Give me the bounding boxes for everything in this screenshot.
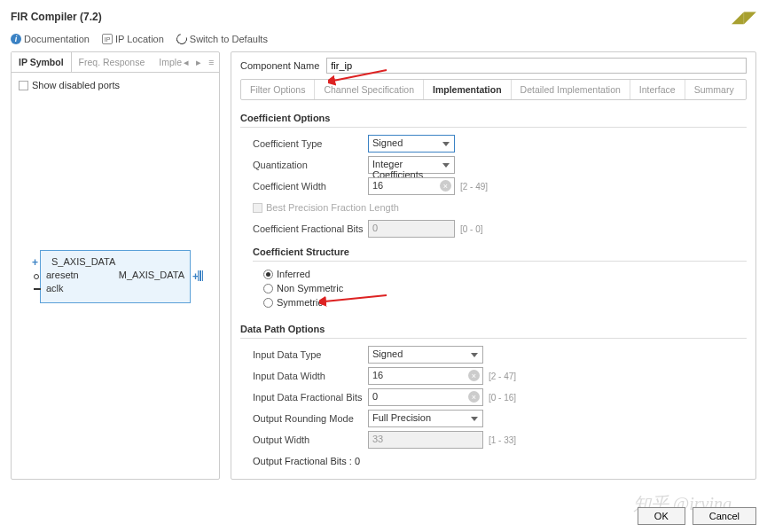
quantization-select[interactable]: Integer Coefficients xyxy=(368,156,455,174)
port-aclk: aclk xyxy=(46,283,64,293)
ip-location-link[interactable]: IP IP Location xyxy=(102,34,164,44)
left-tabs: IP Symbol Freq. Response Implementation … xyxy=(12,52,219,73)
coef-type-select[interactable]: Signed xyxy=(368,135,455,153)
config-tabs: Filter Options Channel Specification Imp… xyxy=(240,79,747,100)
location-icon: IP xyxy=(102,34,113,44)
output-width-input: 33 xyxy=(368,431,483,449)
documentation-label: Documentation xyxy=(24,34,90,44)
input-frac-label: Input Data Fractional Bits xyxy=(253,392,368,403)
output-frac-label: Output Fractional Bits : 0 xyxy=(253,456,360,466)
svg-line-1 xyxy=(333,70,387,81)
tab-summary[interactable]: Summary xyxy=(685,80,743,99)
coef-frac-label: Coefficient Fractional Bits xyxy=(253,223,368,234)
info-icon: i xyxy=(11,34,21,44)
tab-menu-icon[interactable]: ≡ xyxy=(207,58,215,66)
port-m-axis-icon xyxy=(198,270,204,281)
documentation-link[interactable]: i Documentation xyxy=(11,34,90,44)
coef-width-label: Coefficient Width xyxy=(253,181,368,192)
arrow-annotation-icon xyxy=(319,290,390,308)
output-rounding-label: Output Rounding Mode xyxy=(253,413,368,424)
best-precision-checkbox xyxy=(253,203,262,213)
clear-icon[interactable]: × xyxy=(440,180,451,192)
svg-line-3 xyxy=(325,295,387,301)
ip-symbol-diagram: + + S_AXIS_DATA aresetnM_AXIS_DATA aclk xyxy=(40,250,191,303)
port-aresetn-icon xyxy=(34,274,39,279)
input-data-type-label: Input Data Type xyxy=(253,349,368,360)
input-frac-input[interactable]: 0× xyxy=(368,388,483,406)
ip-location-label: IP Location xyxy=(115,34,164,44)
input-data-width-range: [2 - 47] xyxy=(489,372,516,381)
port-aclk-icon xyxy=(34,288,41,290)
port-m-axis: M_AXIS_DATA xyxy=(119,270,184,280)
coef-options-header: Coefficient Options xyxy=(240,107,747,128)
right-panel: Component Name Filter Options Channel Sp… xyxy=(231,51,756,480)
tab-prev-icon[interactable]: ◂ xyxy=(182,58,191,66)
show-disabled-checkbox[interactable] xyxy=(19,81,28,90)
tab-impl-details[interactable]: Implementation Detail xyxy=(152,52,182,72)
coef-frac-input: 0 xyxy=(368,220,455,238)
tab-detailed-impl[interactable]: Detailed Implementation xyxy=(512,80,630,99)
logo-icon: ◢◤ xyxy=(732,7,756,27)
component-name-label: Component Name xyxy=(240,60,319,71)
window-title: FIR Compiler (7.2) xyxy=(11,11,102,23)
input-data-width-input[interactable]: 16× xyxy=(368,367,483,385)
quantization-label: Quantization xyxy=(253,160,368,170)
tab-ip-symbol[interactable]: IP Symbol xyxy=(12,52,72,72)
cancel-button[interactable]: Cancel xyxy=(693,507,756,525)
tab-filter-options[interactable]: Filter Options xyxy=(241,80,315,99)
coef-type-label: Coefficient Type xyxy=(253,138,368,149)
output-width-label: Output Width xyxy=(253,434,368,445)
coef-width-input[interactable]: 16× xyxy=(368,177,455,195)
datapath-header: Data Path Options xyxy=(240,318,747,339)
coef-structure-header: Coefficient Structure xyxy=(253,241,747,262)
tab-freq-response[interactable]: Freq. Response xyxy=(72,52,153,72)
input-data-width-label: Input Data Width xyxy=(253,371,368,381)
tab-next-icon[interactable]: ▸ xyxy=(194,58,203,66)
radio-symmetric-label: Symmetric xyxy=(277,297,323,308)
coef-frac-range: [0 - 0] xyxy=(460,224,483,234)
input-frac-range: [0 - 16] xyxy=(489,393,516,403)
arrow-annotation-icon xyxy=(328,66,390,86)
radio-symmetric[interactable] xyxy=(263,298,273,308)
radio-inferred[interactable] xyxy=(263,270,273,279)
radio-inferred-label: Inferred xyxy=(277,269,310,279)
clear-icon[interactable]: × xyxy=(468,370,480,381)
output-width-range: [1 - 33] xyxy=(489,435,516,445)
show-disabled-label: Show disabled ports xyxy=(32,80,120,90)
ok-button[interactable]: OK xyxy=(638,507,685,525)
reset-icon xyxy=(175,32,189,46)
input-data-type-select[interactable]: Signed xyxy=(368,346,483,364)
port-s-axis: S_AXIS_DATA xyxy=(51,256,115,267)
port-aresetn: aresetn xyxy=(46,270,79,280)
best-precision-label: Best Precision Fraction Length xyxy=(266,202,399,213)
coef-width-range: [2 - 49] xyxy=(460,182,488,192)
clear-icon[interactable]: × xyxy=(468,391,480,403)
left-panel: IP Symbol Freq. Response Implementation … xyxy=(11,51,220,480)
switch-defaults-label: Switch to Defaults xyxy=(190,34,268,44)
tab-implementation[interactable]: Implementation xyxy=(424,80,512,99)
output-rounding-select[interactable]: Full Precision xyxy=(368,410,483,427)
expand-left-icon[interactable]: + xyxy=(32,256,38,269)
switch-defaults-link[interactable]: Switch to Defaults xyxy=(176,34,268,44)
tab-interface[interactable]: Interface xyxy=(630,80,685,99)
radio-non-symmetric[interactable] xyxy=(263,284,273,293)
